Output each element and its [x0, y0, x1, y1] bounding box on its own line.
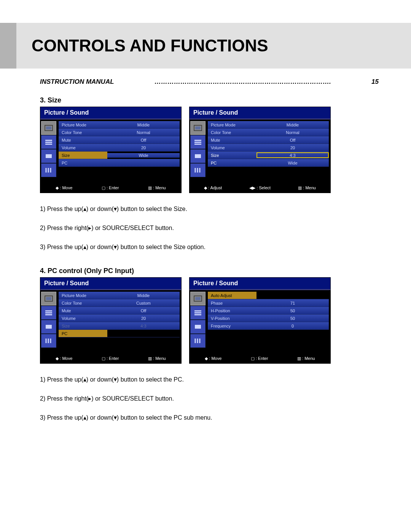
- size-instructions: 1) Press the up(▴) or down(▾) button to …: [40, 204, 379, 252]
- osd-row: MuteOff: [59, 136, 180, 144]
- osd-row: Size4:3: [208, 152, 329, 159]
- size-screenshots: Picture / Sound Picture ModeMiddleColor …: [40, 107, 379, 193]
- osd-row-value: Custom: [107, 301, 180, 305]
- osd-row-label: PC: [59, 330, 107, 337]
- osd-side-icons: [190, 290, 206, 354]
- osd-row-label: Volume: [59, 316, 107, 321]
- dots: ……………………………………………………………………….: [155, 78, 331, 86]
- osd-size-left: Picture / Sound Picture ModeMiddleColor …: [40, 107, 182, 193]
- osd-row-label: Size: [59, 152, 107, 159]
- osd-footer: ◆ : Move ▢ : Enter ▥ : Menu: [40, 354, 181, 363]
- osd-title: Picture / Sound: [40, 107, 181, 120]
- osd-row-value: 20: [107, 316, 180, 321]
- osd-row-value: 20: [256, 145, 329, 150]
- section-heading-size: 3. Size: [40, 96, 379, 104]
- osd-row: Color ToneCustom: [59, 299, 180, 307]
- osd-row-value: Wide: [256, 161, 329, 165]
- osd-row-value: Off: [256, 138, 329, 142]
- list-icon: [190, 135, 206, 149]
- osd-row-label: Size: [59, 324, 107, 328]
- svg-rect-9: [194, 142, 201, 143]
- list-icon: [41, 306, 56, 320]
- svg-rect-7: [195, 126, 201, 129]
- svg-rect-2: [45, 140, 52, 141]
- tools-icon: [190, 334, 206, 348]
- tools-icon: [190, 163, 206, 177]
- svg-rect-23: [195, 325, 201, 329]
- instr-line: 2) Press the right(▸) or SOURCE/SELECT b…: [40, 394, 379, 403]
- pc-screenshots: Picture / Sound Picture ModeMiddleColor …: [40, 277, 379, 364]
- osd-row: Picture ModeMiddle: [59, 121, 180, 129]
- osd-row-label: Volume: [208, 145, 256, 150]
- foot-enter: ▢ : Enter: [102, 185, 119, 190]
- osd-row-label: Volume: [59, 145, 107, 150]
- osd-title: Picture / Sound: [190, 278, 330, 290]
- instr-line: 3) Press the up(▴) or down(▾) button to …: [40, 243, 379, 252]
- osd-row-label: H-Position: [208, 308, 256, 313]
- osd-row-value: 4:3: [107, 324, 180, 328]
- foot-enter: ▢ : Enter: [102, 356, 119, 361]
- header-line: INSTRUCTION MANUAL …………………………………………………………: [40, 78, 379, 86]
- osd-side-icons: [190, 120, 206, 183]
- osd-row: Volume20: [59, 315, 180, 322]
- osd-row-label: Mute: [59, 138, 107, 142]
- instr-line: 1) Press the up(▴) or down(▾) button to …: [40, 375, 379, 384]
- osd-row-value: Off: [107, 308, 180, 313]
- osd-row-label: Size: [208, 153, 256, 158]
- foot-move: ◆ : Move: [205, 356, 221, 361]
- osd-list: Picture ModeMiddleColor ToneNormalMuteOf…: [57, 120, 181, 183]
- svg-rect-10: [194, 144, 201, 145]
- foot-menu: ▥ : Menu: [148, 356, 166, 361]
- page-number: 15: [371, 78, 379, 86]
- foot-enter: ▢ : Enter: [251, 356, 268, 361]
- screen-icon: [190, 149, 206, 163]
- osd-row: Volume20: [59, 144, 180, 152]
- svg-rect-3: [45, 142, 52, 143]
- osd-row: Picture ModeMiddle: [208, 121, 329, 129]
- screen-icon: [41, 320, 56, 334]
- osd-row: PC: [59, 159, 180, 167]
- foot-move: ◆ : Move: [56, 356, 72, 361]
- svg-rect-19: [195, 297, 201, 300]
- svg-rect-5: [46, 154, 52, 158]
- osd-side-icons: [40, 120, 57, 183]
- osd-row-value: Middle: [107, 293, 180, 298]
- osd-row-value: 20: [107, 145, 180, 150]
- screen-icon: [190, 320, 206, 334]
- instr-line: 3) Press the up(▴) or down(▾) button to …: [40, 413, 379, 422]
- section-heading-pc: 4. PC control (Only PC Input): [40, 267, 379, 275]
- svg-rect-14: [45, 310, 52, 312]
- foot-adjust: ◆ : Adjust: [204, 185, 222, 190]
- osd-row-label: V-Position: [208, 316, 256, 321]
- osd-row-label: PC: [59, 161, 107, 165]
- osd-row-label: Picture Mode: [59, 293, 107, 298]
- osd-row: Frequency0: [208, 322, 329, 330]
- osd-row: Color ToneNormal: [59, 129, 180, 136]
- svg-rect-13: [46, 297, 51, 300]
- osd-title: Picture / Sound: [40, 278, 181, 290]
- osd-row: Auto Adjust: [208, 292, 329, 299]
- foot-menu: ▥ : Menu: [297, 356, 315, 361]
- osd-row-label: Picture Mode: [59, 123, 107, 127]
- list-icon: [41, 135, 56, 149]
- osd-row-value: Wide: [107, 153, 180, 158]
- osd-row-value: 50: [256, 316, 329, 321]
- svg-rect-22: [194, 314, 201, 315]
- osd-footer: ◆ : Adjust ◀▶ : Select ▥ : Menu: [190, 183, 330, 193]
- osd-list: Picture ModeMiddleColor ToneNormalMuteOf…: [206, 120, 330, 183]
- osd-row-value: Middle: [107, 123, 180, 127]
- osd-row-value: Middle: [256, 123, 329, 127]
- osd-row-label: Mute: [208, 138, 256, 142]
- manual-page: CONTROLS AND FUNCTIONS INSTRUCTION MANUA…: [0, 0, 411, 453]
- osd-footer: ◆ : Move ▢ : Enter ▥ : Menu: [40, 183, 181, 193]
- foot-menu: ▥ : Menu: [298, 185, 316, 190]
- page-banner: CONTROLS AND FUNCTIONS: [0, 23, 411, 69]
- picture-icon: [190, 292, 206, 305]
- osd-row: Size4:3: [59, 322, 180, 330]
- svg-rect-21: [194, 312, 201, 313]
- osd-list: Auto AdjustPhase71H-Position50V-Position…: [206, 290, 330, 354]
- svg-rect-17: [46, 325, 52, 329]
- osd-list: Picture ModeMiddleColor ToneCustomMuteOf…: [57, 290, 181, 354]
- osd-row-label: Auto Adjust: [208, 292, 256, 299]
- svg-rect-11: [195, 154, 201, 158]
